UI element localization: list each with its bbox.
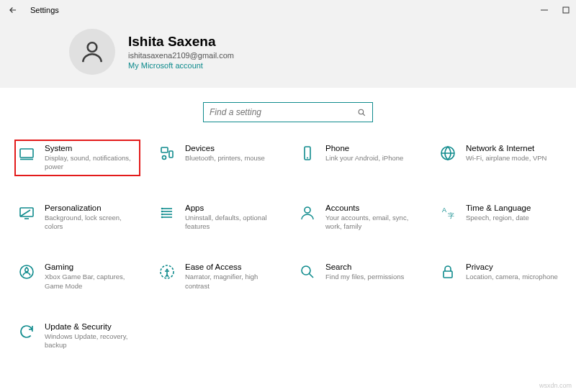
tile-search[interactable]: Search Find my files, permissions: [295, 258, 421, 295]
svg-point-19: [162, 208, 163, 209]
back-button[interactable]: [6, 3, 20, 17]
tile-title: Accounts: [325, 204, 418, 212]
svg-rect-1: [563, 7, 569, 13]
ease-of-access-icon: [158, 263, 176, 281]
svg-line-30: [310, 274, 314, 278]
update-icon: [17, 322, 36, 341]
svg-rect-8: [169, 151, 173, 158]
search-wrap: [0, 102, 576, 122]
tile-ease-of-access[interactable]: Ease of Access Narrator, magnifier, high…: [155, 258, 281, 295]
tile-time-language[interactable]: A字 Time & Language Speech, region, date: [436, 199, 562, 236]
svg-rect-31: [444, 271, 452, 278]
tile-desc: Speech, region, date: [466, 214, 559, 222]
tile-privacy[interactable]: Privacy Location, camera, microphone: [436, 258, 562, 295]
tile-phone[interactable]: Phone Link your Android, iPhone: [295, 140, 421, 176]
svg-point-28: [166, 269, 168, 271]
search-input[interactable]: [210, 107, 357, 117]
svg-point-20: [162, 211, 163, 211]
person-icon: [78, 38, 106, 65]
tile-system[interactable]: System Display, sound, notifications, po…: [14, 140, 140, 176]
tile-network[interactable]: Network & Internet Wi-Fi, airplane mode,…: [436, 140, 562, 176]
tile-update-security[interactable]: Update & Security Windows Update, recove…: [14, 318, 140, 355]
svg-text:字: 字: [448, 212, 454, 219]
tile-title: Devices: [185, 144, 278, 152]
arrow-left-icon: [8, 5, 18, 15]
accounts-icon: [298, 204, 317, 222]
tile-personalization[interactable]: Personalization Background, lock screen,…: [14, 199, 140, 236]
tile-title: Phone: [325, 144, 418, 152]
svg-rect-5: [20, 149, 33, 158]
tile-desc: Your accounts, email, sync, work, family: [325, 214, 418, 232]
minimize-button[interactable]: [540, 6, 549, 14]
svg-point-3: [359, 109, 364, 114]
tile-title: Apps: [185, 204, 278, 212]
watermark: wsxdn.com: [539, 382, 572, 389]
user-name: Ishita Saxena: [128, 34, 234, 50]
svg-point-29: [302, 266, 310, 275]
globe-icon: [438, 144, 457, 163]
tile-desc: Narrator, magnifier, high contrast: [185, 273, 278, 291]
gaming-icon: [17, 263, 36, 281]
lock-icon: [438, 263, 457, 281]
window-controls: [540, 6, 570, 14]
phone-icon: [298, 144, 317, 163]
tile-apps[interactable]: Apps Uninstall, defaults, optional featu…: [155, 199, 281, 236]
svg-point-9: [163, 156, 166, 160]
tile-title: Privacy: [466, 263, 559, 271]
svg-point-21: [162, 214, 163, 214]
tile-devices[interactable]: Devices Bluetooth, printers, mouse: [155, 140, 281, 176]
tile-desc: Link your Android, iPhone: [325, 154, 418, 163]
microsoft-account-link[interactable]: My Microsoft account: [128, 61, 234, 70]
tile-title: Search: [325, 263, 418, 271]
system-icon: [17, 144, 36, 163]
tile-title: Ease of Access: [185, 263, 278, 271]
user-info: Ishita Saxena ishitasaxena2109@gmail.com…: [128, 34, 234, 70]
tile-desc: Background, lock screen, colors: [45, 214, 138, 232]
tile-title: Time & Language: [466, 204, 559, 212]
window-title: Settings: [30, 6, 59, 14]
maximize-button[interactable]: [562, 6, 570, 14]
personalization-icon: [17, 204, 36, 222]
svg-rect-7: [161, 147, 168, 152]
maximize-icon: [562, 6, 570, 14]
svg-point-22: [162, 216, 163, 217]
tile-desc: Bluetooth, printers, mouse: [185, 154, 278, 163]
tile-title: Gaming: [45, 263, 138, 271]
tile-title: Personalization: [45, 204, 138, 212]
devices-icon: [158, 144, 176, 163]
svg-point-23: [305, 207, 310, 213]
tile-gaming[interactable]: Gaming Xbox Game Bar, captures, Game Mod…: [14, 258, 140, 295]
search-icon: [357, 108, 366, 117]
svg-line-4: [363, 113, 365, 115]
search-box[interactable]: [203, 102, 373, 122]
tile-title: Network & Internet: [466, 144, 559, 152]
user-header: Ishita Saxena ishitasaxena2109@gmail.com…: [0, 20, 576, 88]
tile-desc: Xbox Game Bar, captures, Game Mode: [45, 273, 138, 291]
tile-desc: Wi-Fi, airplane mode, VPN: [466, 154, 559, 163]
svg-text:A: A: [442, 206, 446, 214]
tile-desc: Windows Update, recovery, backup: [45, 332, 138, 350]
tile-desc: Uninstall, defaults, optional features: [185, 214, 278, 232]
tile-title: Update & Security: [45, 322, 138, 331]
apps-icon: [158, 204, 176, 222]
tile-title: System: [45, 144, 138, 152]
minimize-icon: [541, 6, 548, 14]
titlebar: Settings: [0, 0, 576, 20]
time-language-icon: A字: [438, 204, 457, 222]
avatar: [69, 29, 115, 75]
tile-desc: Find my files, permissions: [325, 273, 418, 281]
user-email: ishitasaxena2109@gmail.com: [128, 51, 234, 60]
svg-point-2: [88, 42, 97, 52]
tile-desc: Display, sound, notifications, power: [45, 154, 138, 172]
search-tile-icon: [298, 263, 317, 281]
settings-grid: System Display, sound, notifications, po…: [0, 140, 576, 355]
tile-accounts[interactable]: Accounts Your accounts, email, sync, wor…: [295, 199, 421, 236]
tile-desc: Location, camera, microphone: [466, 273, 559, 281]
